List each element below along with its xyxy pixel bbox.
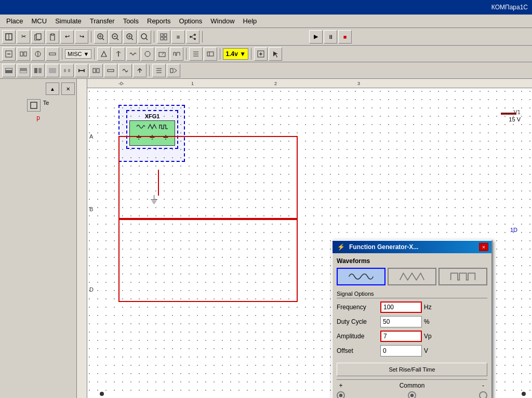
tb2-pointer-btn[interactable] xyxy=(269,47,282,61)
fg-signal-options-label: Signal Options xyxy=(337,291,487,298)
fg-frequency-label: Frequency xyxy=(337,304,378,311)
toolbar-2: MISC ▼ 1.4v ▼ xyxy=(0,46,532,62)
left-sidebar: ▲ ✕ Te p xyxy=(0,79,77,398)
tb-zoom-out-btn[interactable] xyxy=(123,30,137,44)
tb-zoom-fit-btn[interactable] xyxy=(138,30,151,44)
fg-common-radio[interactable] xyxy=(408,391,416,398)
tb-component-btn[interactable] xyxy=(2,30,16,44)
tb2-wave-btn[interactable] xyxy=(126,47,140,61)
tb-sep-1 xyxy=(91,31,91,43)
fg-square-wave-btn[interactable] xyxy=(438,268,487,285)
tb3-btn5[interactable] xyxy=(60,64,74,77)
tb3-btn11[interactable] xyxy=(152,64,166,77)
menu-options[interactable]: Options xyxy=(175,16,207,26)
menu-tools[interactable]: Tools xyxy=(119,16,143,26)
tb-paste-btn[interactable] xyxy=(46,30,59,44)
tb-net-btn[interactable] xyxy=(186,30,200,44)
tb3-btn7[interactable] xyxy=(89,64,103,77)
svg-line-67 xyxy=(124,69,126,72)
menu-place[interactable]: Place xyxy=(2,16,28,26)
red-wire-rect-1 xyxy=(118,136,298,219)
svg-line-18 xyxy=(146,38,148,40)
sidebar-component-icon[interactable] xyxy=(27,99,41,112)
svg-rect-52 xyxy=(6,68,12,70)
fg-frequency-unit: Hz xyxy=(424,304,445,311)
menu-mcu[interactable]: MCU xyxy=(28,16,51,26)
tb2-btn2[interactable] xyxy=(17,47,30,61)
tb-sep-2 xyxy=(154,31,154,43)
tb-copy-btn[interactable] xyxy=(31,30,45,44)
tb-sep-3 xyxy=(202,31,203,43)
fg-bottom-controls: + Common - xyxy=(337,379,487,398)
tb-zoom-area-btn[interactable] xyxy=(94,30,108,44)
tb-redo-btn[interactable]: ↪ xyxy=(75,30,88,44)
tb2-btn1[interactable] xyxy=(2,47,16,61)
v1-voltage: 15 V xyxy=(509,116,521,122)
tb2-meter-btn[interactable] xyxy=(155,47,169,61)
fg-close-button[interactable]: × xyxy=(479,243,488,251)
svg-rect-78 xyxy=(31,102,37,108)
tb-pause-btn[interactable]: ⏸ xyxy=(324,30,337,44)
tb2-more-btn[interactable] xyxy=(254,47,268,61)
sidebar-close-btn[interactable]: ✕ xyxy=(61,83,75,95)
misc-dropdown[interactable]: MISC ▼ xyxy=(65,49,91,59)
fg-frequency-input[interactable] xyxy=(380,301,422,313)
svg-point-24 xyxy=(194,34,196,36)
tb-stop-btn[interactable]: ■ xyxy=(338,30,352,44)
tb2-sep-4 xyxy=(220,48,220,60)
fg-amplitude-input[interactable] xyxy=(380,331,422,342)
tb2-tab-btn[interactable] xyxy=(204,47,217,61)
menu-window[interactable]: Window xyxy=(206,16,238,26)
fg-triangle-wave-btn[interactable] xyxy=(388,268,436,285)
tb2-btn4[interactable] xyxy=(46,47,59,61)
tb-zoom-in-btn[interactable] xyxy=(109,30,122,44)
sidebar-scroll-up[interactable]: ▲ xyxy=(46,83,59,95)
menu-reports[interactable]: Reports xyxy=(143,16,175,26)
canvas-label-d: D xyxy=(89,286,94,293)
fg-amplitude-unit: Vp xyxy=(424,333,445,340)
fg-dialog: ⚡ Function Generator-X... × Waveforms xyxy=(331,240,493,398)
tb2-antenna-btn[interactable] xyxy=(112,47,125,61)
fg-sine-wave-btn[interactable] xyxy=(337,268,385,285)
menu-help[interactable]: Help xyxy=(239,16,261,26)
fg-plus-radio[interactable] xyxy=(337,391,345,398)
svg-marker-50 xyxy=(273,51,278,58)
tb3-btn6[interactable] xyxy=(75,64,88,77)
svg-rect-64 xyxy=(97,68,99,73)
tb2-source-btn[interactable] xyxy=(141,47,154,61)
menu-transfer[interactable]: Transfer xyxy=(86,16,119,26)
tb3-btn9[interactable] xyxy=(118,64,132,77)
tb2-btn3[interactable] xyxy=(31,47,45,61)
tb-cut-btn[interactable]: ✂ xyxy=(17,30,30,44)
tb3-btn1[interactable] xyxy=(2,64,16,77)
svg-point-23 xyxy=(190,36,192,38)
fg-amplitude-row: Amplitude Vp xyxy=(337,331,487,342)
title-bar: КОМПaра1С xyxy=(0,0,532,15)
tb3-btn3[interactable] xyxy=(31,64,45,77)
fg-body: Waveforms xyxy=(332,253,491,398)
tb3-btn4[interactable] xyxy=(46,64,59,77)
fg-offset-input[interactable] xyxy=(380,345,422,356)
tb3-btn12[interactable] xyxy=(167,64,180,77)
tb3-btn10[interactable] xyxy=(133,64,147,77)
tb-undo-btn[interactable]: ↩ xyxy=(60,30,74,44)
tb-play-btn[interactable]: ▶ xyxy=(309,30,323,44)
svg-line-27 xyxy=(192,37,194,39)
fg-set-rise-fall-btn[interactable]: Set Rise/Fall Time xyxy=(337,363,487,376)
tb2-align-btn[interactable] xyxy=(189,47,203,61)
tb-list-btn[interactable]: ≡ xyxy=(171,30,185,44)
tb3-btn2[interactable] xyxy=(17,64,30,77)
tb-grid-btn[interactable] xyxy=(157,30,170,44)
svg-rect-54 xyxy=(20,71,26,73)
menu-simulate[interactable]: Simulate xyxy=(51,16,86,26)
svg-rect-57 xyxy=(49,68,56,73)
tb3-btn8[interactable] xyxy=(104,64,117,77)
status-dot-right xyxy=(522,392,526,396)
svg-rect-21 xyxy=(161,37,163,40)
fg-duty-cycle-input[interactable] xyxy=(380,316,422,327)
canvas-area[interactable]: -0- 1 2 3 A B D XFG1 xyxy=(77,79,532,398)
tb2-component-btn[interactable] xyxy=(97,47,111,61)
tb2-pwm-btn[interactable] xyxy=(170,47,183,61)
fg-minus-radio[interactable] xyxy=(479,391,487,398)
fg-common-label: Common xyxy=(400,382,425,389)
